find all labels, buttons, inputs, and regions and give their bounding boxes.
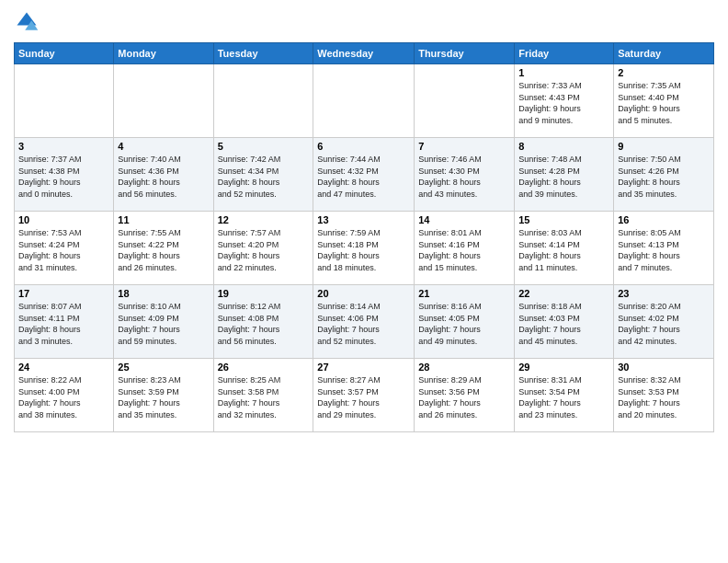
day-info: Sunrise: 7:33 AM Sunset: 4:43 PM Dayligh… — [518, 80, 609, 126]
calendar-cell: 11Sunrise: 7:55 AM Sunset: 4:22 PM Dayli… — [114, 212, 213, 285]
day-number: 9 — [618, 141, 710, 152]
day-info: Sunrise: 8:20 AM Sunset: 4:02 PM Dayligh… — [618, 301, 710, 347]
day-number: 16 — [618, 214, 710, 225]
day-info: Sunrise: 8:03 AM Sunset: 4:14 PM Dayligh… — [518, 227, 609, 273]
calendar-cell: 6Sunrise: 7:44 AM Sunset: 4:32 PM Daylig… — [313, 138, 415, 212]
calendar-cell: 17Sunrise: 8:07 AM Sunset: 4:11 PM Dayli… — [15, 285, 114, 359]
day-number: 21 — [418, 288, 510, 299]
day-number: 29 — [518, 362, 609, 373]
page-container: SundayMondayTuesdayWednesdayThursdayFrid… — [0, 0, 728, 437]
day-info: Sunrise: 7:48 AM Sunset: 4:28 PM Dayligh… — [518, 154, 609, 200]
calendar-cell: 26Sunrise: 8:25 AM Sunset: 3:58 PM Dayli… — [213, 359, 313, 432]
day-info: Sunrise: 8:32 AM Sunset: 3:53 PM Dayligh… — [618, 374, 710, 420]
calendar-cell: 19Sunrise: 8:12 AM Sunset: 4:08 PM Dayli… — [213, 285, 313, 359]
day-info: Sunrise: 8:29 AM Sunset: 3:56 PM Dayligh… — [418, 374, 510, 420]
day-number: 13 — [317, 214, 410, 225]
calendar-cell — [213, 64, 313, 138]
calendar-cell: 30Sunrise: 8:32 AM Sunset: 3:53 PM Dayli… — [614, 359, 714, 432]
day-info: Sunrise: 8:12 AM Sunset: 4:08 PM Dayligh… — [218, 301, 310, 347]
day-number: 7 — [418, 141, 510, 152]
day-number: 12 — [218, 214, 310, 225]
calendar-cell: 13Sunrise: 7:59 AM Sunset: 4:18 PM Dayli… — [313, 212, 415, 285]
calendar-cell: 15Sunrise: 8:03 AM Sunset: 4:14 PM Dayli… — [515, 212, 614, 285]
logo — [14, 9, 43, 35]
day-number: 24 — [18, 362, 109, 373]
day-number: 10 — [18, 214, 109, 225]
page-header — [14, 9, 714, 35]
day-number: 23 — [618, 288, 710, 299]
day-number: 1 — [518, 67, 609, 78]
calendar-cell: 1Sunrise: 7:33 AM Sunset: 4:43 PM Daylig… — [515, 64, 614, 138]
calendar-cell: 12Sunrise: 7:57 AM Sunset: 4:20 PM Dayli… — [213, 212, 313, 285]
calendar-cell: 16Sunrise: 8:05 AM Sunset: 4:13 PM Dayli… — [614, 212, 714, 285]
day-info: Sunrise: 8:01 AM Sunset: 4:16 PM Dayligh… — [418, 227, 510, 273]
day-info: Sunrise: 8:18 AM Sunset: 4:03 PM Dayligh… — [518, 301, 609, 347]
column-header-wednesday: Wednesday — [313, 43, 415, 64]
day-info: Sunrise: 7:46 AM Sunset: 4:30 PM Dayligh… — [418, 154, 510, 200]
day-number: 25 — [118, 362, 209, 373]
day-info: Sunrise: 7:57 AM Sunset: 4:20 PM Dayligh… — [218, 227, 310, 273]
calendar-cell: 21Sunrise: 8:16 AM Sunset: 4:05 PM Dayli… — [415, 285, 515, 359]
day-info: Sunrise: 8:10 AM Sunset: 4:09 PM Dayligh… — [118, 301, 209, 347]
day-info: Sunrise: 8:25 AM Sunset: 3:58 PM Dayligh… — [218, 374, 310, 420]
day-number: 6 — [317, 141, 410, 152]
week-row-5: 24Sunrise: 8:22 AM Sunset: 4:00 PM Dayli… — [15, 359, 714, 432]
day-number: 22 — [518, 288, 609, 299]
calendar-cell: 3Sunrise: 7:37 AM Sunset: 4:38 PM Daylig… — [15, 138, 114, 212]
calendar-table: SundayMondayTuesdayWednesdayThursdayFrid… — [14, 42, 714, 432]
day-number: 4 — [118, 141, 209, 152]
day-info: Sunrise: 8:14 AM Sunset: 4:06 PM Dayligh… — [317, 301, 410, 347]
day-info: Sunrise: 8:07 AM Sunset: 4:11 PM Dayligh… — [18, 301, 109, 347]
calendar-cell: 4Sunrise: 7:40 AM Sunset: 4:36 PM Daylig… — [114, 138, 213, 212]
calendar-cell: 22Sunrise: 8:18 AM Sunset: 4:03 PM Dayli… — [515, 285, 614, 359]
calendar-cell: 2Sunrise: 7:35 AM Sunset: 4:40 PM Daylig… — [614, 64, 714, 138]
calendar-cell — [114, 64, 213, 138]
calendar-header-row: SundayMondayTuesdayWednesdayThursdayFrid… — [15, 43, 714, 64]
day-number: 30 — [618, 362, 710, 373]
calendar-cell: 27Sunrise: 8:27 AM Sunset: 3:57 PM Dayli… — [313, 359, 415, 432]
calendar-cell: 18Sunrise: 8:10 AM Sunset: 4:09 PM Dayli… — [114, 285, 213, 359]
calendar-cell: 7Sunrise: 7:46 AM Sunset: 4:30 PM Daylig… — [415, 138, 515, 212]
column-header-tuesday: Tuesday — [213, 43, 313, 64]
day-info: Sunrise: 8:22 AM Sunset: 4:00 PM Dayligh… — [18, 374, 109, 420]
day-number: 11 — [118, 214, 209, 225]
day-number: 8 — [518, 141, 609, 152]
day-number: 26 — [218, 362, 310, 373]
day-info: Sunrise: 7:35 AM Sunset: 4:40 PM Dayligh… — [618, 80, 710, 126]
calendar-cell: 29Sunrise: 8:31 AM Sunset: 3:54 PM Dayli… — [515, 359, 614, 432]
day-info: Sunrise: 7:42 AM Sunset: 4:34 PM Dayligh… — [218, 154, 310, 200]
column-header-saturday: Saturday — [614, 43, 714, 64]
calendar-cell: 24Sunrise: 8:22 AM Sunset: 4:00 PM Dayli… — [15, 359, 114, 432]
day-number: 27 — [317, 362, 410, 373]
day-number: 28 — [418, 362, 510, 373]
calendar-cell: 5Sunrise: 7:42 AM Sunset: 4:34 PM Daylig… — [213, 138, 313, 212]
day-info: Sunrise: 7:59 AM Sunset: 4:18 PM Dayligh… — [317, 227, 410, 273]
day-info: Sunrise: 7:53 AM Sunset: 4:24 PM Dayligh… — [18, 227, 109, 273]
day-info: Sunrise: 7:44 AM Sunset: 4:32 PM Dayligh… — [317, 154, 410, 200]
day-number: 17 — [18, 288, 109, 299]
day-info: Sunrise: 8:05 AM Sunset: 4:13 PM Dayligh… — [618, 227, 710, 273]
week-row-3: 10Sunrise: 7:53 AM Sunset: 4:24 PM Dayli… — [15, 212, 714, 285]
column-header-sunday: Sunday — [15, 43, 114, 64]
day-info: Sunrise: 8:23 AM Sunset: 3:59 PM Dayligh… — [118, 374, 209, 420]
week-row-2: 3Sunrise: 7:37 AM Sunset: 4:38 PM Daylig… — [15, 138, 714, 212]
week-row-4: 17Sunrise: 8:07 AM Sunset: 4:11 PM Dayli… — [15, 285, 714, 359]
column-header-thursday: Thursday — [415, 43, 515, 64]
day-number: 14 — [418, 214, 510, 225]
calendar-cell — [313, 64, 415, 138]
day-number: 5 — [218, 141, 310, 152]
day-info: Sunrise: 7:40 AM Sunset: 4:36 PM Dayligh… — [118, 154, 209, 200]
day-info: Sunrise: 8:31 AM Sunset: 3:54 PM Dayligh… — [518, 374, 609, 420]
day-number: 18 — [118, 288, 209, 299]
day-info: Sunrise: 7:55 AM Sunset: 4:22 PM Dayligh… — [118, 227, 209, 273]
calendar-cell: 10Sunrise: 7:53 AM Sunset: 4:24 PM Dayli… — [15, 212, 114, 285]
day-number: 2 — [618, 67, 710, 78]
calendar-cell: 23Sunrise: 8:20 AM Sunset: 4:02 PM Dayli… — [614, 285, 714, 359]
day-number: 15 — [518, 214, 609, 225]
calendar-cell: 14Sunrise: 8:01 AM Sunset: 4:16 PM Dayli… — [415, 212, 515, 285]
calendar-cell: 9Sunrise: 7:50 AM Sunset: 4:26 PM Daylig… — [614, 138, 714, 212]
column-header-friday: Friday — [515, 43, 614, 64]
calendar-cell: 20Sunrise: 8:14 AM Sunset: 4:06 PM Dayli… — [313, 285, 415, 359]
column-header-monday: Monday — [114, 43, 213, 64]
day-info: Sunrise: 8:16 AM Sunset: 4:05 PM Dayligh… — [418, 301, 510, 347]
